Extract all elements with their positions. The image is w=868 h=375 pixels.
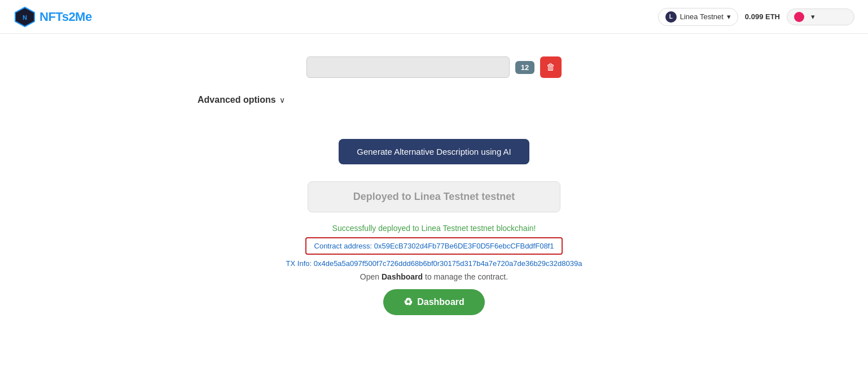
network-label: Linea Testnet xyxy=(680,12,724,21)
deployed-button: Deployed to Linea Testnet testnet xyxy=(308,181,561,212)
name-input[interactable] xyxy=(306,56,510,78)
tx-hash: 0x4de5a5a097f500f7c726ddd68b6bf0r30175d3… xyxy=(314,259,582,268)
delete-button[interactable]: 🗑 xyxy=(540,56,562,78)
generate-ai-button[interactable]: Generate Alternative Description using A… xyxy=(339,139,529,164)
network-selector[interactable]: L Linea Testnet ▾ xyxy=(658,8,738,26)
network-chevron-icon: ▾ xyxy=(727,12,731,21)
svg-text:N: N xyxy=(23,14,27,20)
network-dot: L xyxy=(665,11,677,23)
contract-label: Contract address: xyxy=(314,242,372,250)
wallet-selector[interactable]: ▾ xyxy=(787,8,854,25)
logo-text: NFTs2Me xyxy=(40,10,92,24)
wallet-chevron-icon: ▾ xyxy=(811,12,815,21)
success-text: Successfully deployed to Linea Testnet t… xyxy=(332,224,536,233)
contract-address-box: Contract address: 0x59EcB7302d4Fb77Be6DE… xyxy=(305,237,563,255)
count-badge: 12 xyxy=(515,61,534,74)
advanced-chevron-icon: ∨ xyxy=(279,95,285,104)
advanced-options-label: Advanced options xyxy=(198,95,276,105)
logo-icon: N xyxy=(14,6,36,28)
dashboard-icon: ♻ xyxy=(404,296,413,308)
trash-icon: 🗑 xyxy=(546,62,555,72)
manage-text: Open Dashboard to manage the contract. xyxy=(360,272,508,281)
tx-info: TX Info: 0x4de5a5a097f500f7c726ddd68b6bf… xyxy=(286,259,582,268)
wallet-icon xyxy=(794,12,804,22)
success-section: Successfully deployed to Linea Testnet t… xyxy=(286,224,582,281)
header: N NFTs2Me L Linea Testnet ▾ 0.099 ETH ▾ xyxy=(0,0,868,34)
dashboard-label: Dashboard xyxy=(417,297,464,307)
logo: N NFTs2Me xyxy=(14,6,92,28)
deploy-button-area: Deployed to Linea Testnet testnet xyxy=(308,181,561,212)
contract-address: 0x59EcB7302d4Fb77Be6DE3F0D5F6ebcCFBddfF0… xyxy=(374,242,554,250)
advanced-options-toggle[interactable]: Advanced options ∨ xyxy=(198,95,285,105)
main-content: 12 🗑 Advanced options ∨ Generate Alterna… xyxy=(0,34,868,338)
eth-balance: 0.099 ETH xyxy=(745,12,780,21)
tx-label: TX Info: xyxy=(286,259,312,268)
dashboard-link: Dashboard xyxy=(382,272,423,281)
header-right: L Linea Testnet ▾ 0.099 ETH ▾ xyxy=(658,8,854,26)
input-row: 12 🗑 xyxy=(306,56,562,78)
dashboard-button[interactable]: ♻ Dashboard xyxy=(383,289,485,315)
